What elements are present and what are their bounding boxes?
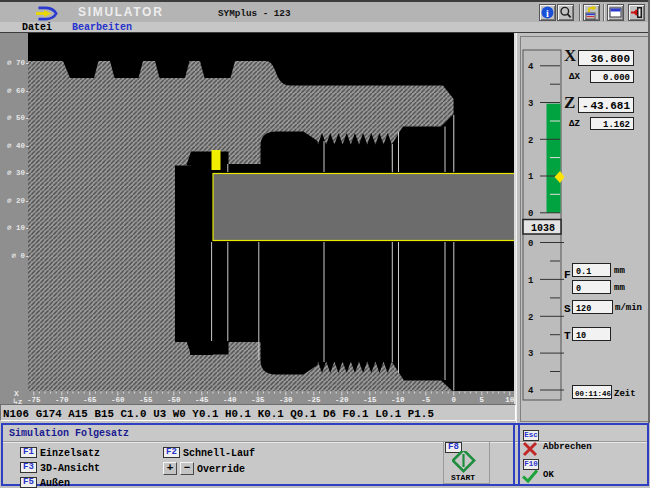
svg-text:-35: -35: [251, 396, 265, 404]
svg-text:∅ 10-: ∅ 10-: [7, 224, 30, 232]
svg-text:∅ 50-: ∅ 50-: [7, 114, 30, 122]
svg-text:1038: 1038: [531, 223, 555, 234]
svg-text:3: 3: [528, 99, 533, 109]
svg-text:-25: -25: [307, 396, 321, 404]
svg-text:2: 2: [528, 313, 533, 323]
svg-text:4: 4: [528, 62, 534, 72]
svg-text:2: 2: [528, 136, 533, 146]
svg-text:10: 10: [505, 396, 515, 404]
svg-text:-65: -65: [83, 396, 97, 404]
svg-text:-75: -75: [27, 396, 41, 404]
svg-text:-55: -55: [139, 396, 153, 404]
svg-text:-70: -70: [55, 396, 69, 404]
svg-text:∅ 70-: ∅ 70-: [7, 59, 30, 67]
svg-text:-45: -45: [195, 396, 209, 404]
svg-text:0: 0: [528, 209, 533, 219]
svg-text:-30: -30: [279, 396, 293, 404]
svg-text:∅ 0-: ∅ 0-: [12, 252, 30, 260]
svg-text:4: 4: [528, 386, 534, 396]
svg-text:∅ 20-: ∅ 20-: [7, 197, 30, 205]
svg-text:3: 3: [528, 349, 533, 359]
svg-text:-5: -5: [421, 396, 431, 404]
svg-text:i: i: [546, 8, 549, 19]
svg-text:-50: -50: [167, 396, 181, 404]
svg-text:1: 1: [528, 276, 534, 286]
svg-text:-40: -40: [223, 396, 237, 404]
svg-text:5: 5: [480, 396, 485, 404]
svg-text:-15: -15: [363, 396, 377, 404]
svg-text:∅ 60-: ∅ 60-: [7, 87, 30, 95]
svg-text:∅ 30-: ∅ 30-: [7, 169, 30, 177]
svg-text:1: 1: [528, 172, 534, 182]
svg-text:↳z: ↳z: [13, 397, 23, 404]
svg-text:∅ 40-: ∅ 40-: [7, 142, 30, 150]
svg-text:0: 0: [528, 239, 533, 249]
svg-text:0: 0: [452, 396, 457, 404]
svg-text:-60: -60: [111, 396, 125, 404]
svg-text:-20: -20: [335, 396, 349, 404]
svg-text:-10: -10: [391, 396, 405, 404]
